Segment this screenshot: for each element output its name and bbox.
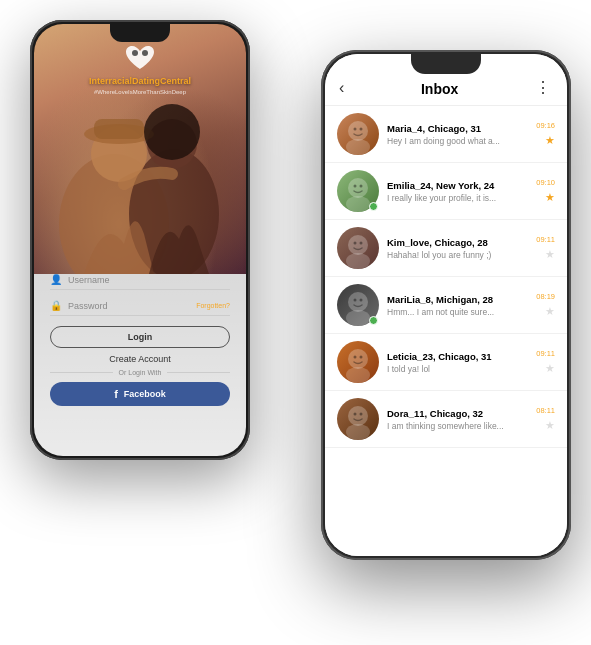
svg-point-18 — [354, 242, 357, 245]
message-content: Dora_11, Chicago, 32I am thinking somewh… — [387, 408, 528, 431]
svg-point-17 — [348, 235, 368, 255]
inbox-title: Inbox — [421, 81, 458, 97]
message-time: 09:11 — [536, 349, 555, 358]
star-button[interactable]: ★ — [545, 191, 555, 204]
divider-text: Or Login With — [119, 369, 162, 376]
password-row[interactable]: 🔒 Password Forgotten? — [50, 300, 230, 316]
inbox-item[interactable]: Dora_11, Chicago, 32I am thinking somewh… — [325, 391, 567, 448]
message-content: Leticia_23, Chicago, 31I told ya! lol — [387, 351, 528, 374]
avatar-wrap — [337, 341, 379, 383]
avatar — [337, 227, 379, 269]
svg-point-27 — [360, 356, 363, 359]
online-indicator — [369, 202, 378, 211]
svg-point-29 — [348, 406, 368, 426]
facebook-icon: f — [114, 388, 118, 400]
inbox-item[interactable]: Emilia_24, New York, 24I really like you… — [325, 163, 567, 220]
phone-login: InterracialDatingCentral #WhereLoveIsMor… — [30, 20, 250, 460]
svg-point-12 — [346, 139, 370, 155]
divider-line-left — [50, 372, 113, 373]
star-button[interactable]: ★ — [545, 362, 555, 375]
sender-name: Emilia_24, New York, 24 — [387, 180, 528, 191]
sender-name: Maria_4, Chicago, 31 — [387, 123, 528, 134]
message-meta: 08:19★ — [536, 292, 555, 318]
divider: Or Login With — [50, 369, 230, 376]
svg-point-22 — [354, 299, 357, 302]
message-preview: Hey I am doing good what a... — [387, 136, 528, 146]
message-meta: 09:16★ — [536, 121, 555, 147]
message-time: 09:10 — [536, 178, 555, 187]
username-row[interactable]: 👤 Username — [50, 274, 230, 290]
back-button[interactable]: ‹ — [339, 79, 344, 97]
user-icon: 👤 — [50, 274, 62, 285]
svg-point-28 — [346, 367, 370, 383]
message-preview: I really like your profile, it is... — [387, 193, 528, 203]
password-input[interactable]: Password — [68, 301, 196, 311]
svg-point-20 — [346, 253, 370, 269]
svg-point-31 — [360, 413, 363, 416]
sender-name: Leticia_23, Chicago, 31 — [387, 351, 528, 362]
avatar-wrap — [337, 227, 379, 269]
logo-heart-icon — [124, 44, 156, 72]
svg-point-23 — [360, 299, 363, 302]
sender-name: Dora_11, Chicago, 32 — [387, 408, 528, 419]
message-meta: 09:11★ — [536, 235, 555, 261]
message-content: Kim_love, Chicago, 28Hahaha! lol you are… — [387, 237, 528, 260]
inbox-item[interactable]: MariLia_8, Michigan, 28Hmm... I am not q… — [325, 277, 567, 334]
avatar-wrap — [337, 113, 379, 155]
menu-button[interactable]: ⋮ — [535, 78, 553, 97]
username-input[interactable]: Username — [68, 275, 230, 285]
message-time: 08:11 — [536, 406, 555, 415]
svg-point-13 — [348, 178, 368, 198]
sender-name: Kim_love, Chicago, 28 — [387, 237, 528, 248]
message-preview: Hahaha! lol you are funny ;) — [387, 250, 528, 260]
svg-point-11 — [360, 128, 363, 131]
message-time: 09:11 — [536, 235, 555, 244]
svg-point-32 — [346, 424, 370, 440]
notch-right — [411, 54, 481, 74]
svg-point-26 — [354, 356, 357, 359]
svg-point-15 — [360, 185, 363, 188]
svg-point-16 — [346, 196, 370, 212]
sender-name: MariLia_8, Michigan, 28 — [387, 294, 528, 305]
brand-name: InterracialDatingCentral — [89, 76, 191, 87]
divider-line-right — [167, 372, 230, 373]
svg-point-10 — [354, 128, 357, 131]
facebook-label: Facebook — [124, 389, 166, 399]
message-preview: Hmm... I am not quite sure... — [387, 307, 528, 317]
message-time: 09:16 — [536, 121, 555, 130]
svg-point-21 — [348, 292, 368, 312]
message-meta: 09:11★ — [536, 349, 555, 375]
svg-point-24 — [346, 310, 370, 326]
avatar-wrap — [337, 170, 379, 212]
online-indicator — [369, 316, 378, 325]
create-account-link[interactable]: Create Account — [50, 354, 230, 364]
scene: InterracialDatingCentral #WhereLoveIsMor… — [0, 0, 591, 645]
svg-point-7 — [132, 50, 138, 56]
facebook-button[interactable]: f Facebook — [50, 382, 230, 406]
message-preview: I told ya! lol — [387, 364, 528, 374]
message-content: MariLia_8, Michigan, 28Hmm... I am not q… — [387, 294, 528, 317]
star-button[interactable]: ★ — [545, 305, 555, 318]
avatar-wrap — [337, 398, 379, 440]
star-button[interactable]: ★ — [545, 248, 555, 261]
phone-inbox: ‹ Inbox ⋮ Maria_4, Chicago, 31Hey I am d… — [321, 50, 571, 560]
star-button[interactable]: ★ — [545, 134, 555, 147]
inbox-item[interactable]: Maria_4, Chicago, 31Hey I am doing good … — [325, 106, 567, 163]
inbox-item[interactable]: Kim_love, Chicago, 28Hahaha! lol you are… — [325, 220, 567, 277]
avatar — [337, 113, 379, 155]
avatar — [337, 398, 379, 440]
message-meta: 09:10★ — [536, 178, 555, 204]
avatar-wrap — [337, 284, 379, 326]
notch-left — [110, 24, 170, 42]
login-button[interactable]: Login — [50, 326, 230, 348]
forgotten-link[interactable]: Forgotten? — [196, 302, 230, 309]
inbox-item[interactable]: Leticia_23, Chicago, 31I told ya! lol09:… — [325, 334, 567, 391]
star-button[interactable]: ★ — [545, 419, 555, 432]
svg-point-30 — [354, 413, 357, 416]
logo-area: InterracialDatingCentral #WhereLoveIsMor… — [34, 44, 246, 95]
message-content: Maria_4, Chicago, 31Hey I am doing good … — [387, 123, 528, 146]
svg-point-9 — [348, 121, 368, 141]
message-preview: I am thinking somewhere like... — [387, 421, 528, 431]
svg-point-14 — [354, 185, 357, 188]
inbox-list: Maria_4, Chicago, 31Hey I am doing good … — [325, 106, 567, 556]
